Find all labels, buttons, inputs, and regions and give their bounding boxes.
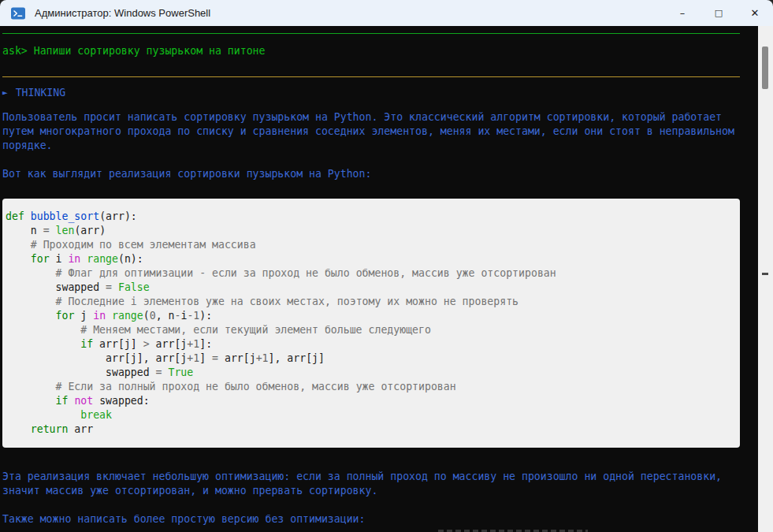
divider-yellow [2, 76, 740, 77]
analysis-paragraph: Пользователь просит написать сортировку … [2, 110, 743, 153]
powershell-icon [10, 6, 26, 21]
divider-green [2, 33, 740, 34]
maximize-button[interactable]: □ [701, 0, 737, 26]
scrollbar[interactable] [758, 26, 773, 532]
window-controls: – □ ✕ [664, 0, 773, 26]
outro-line: Также можно написать более простую верси… [2, 512, 743, 526]
terminal-content: ask> Напиши сортировку пузырьком на пито… [0, 26, 743, 532]
thinking-label: THINKING [16, 86, 66, 100]
code-block: def bubble_sort(arr): n = len(arr) # Про… [2, 199, 740, 448]
powershell-window: Администратор: Windows PowerShell – □ ✕ … [0, 0, 773, 532]
title-bar: Администратор: Windows PowerShell – □ ✕ [0, 0, 773, 26]
window-title: Администратор: Windows PowerShell [35, 7, 210, 19]
minimize-button[interactable]: – [664, 0, 701, 26]
thinking-header: ► THINKING [2, 86, 743, 100]
prompt-line: ask> Напиши сортировку пузырьком на пито… [2, 44, 743, 58]
scrollbar-mark [762, 273, 768, 275]
scrollbar-thumb[interactable] [762, 47, 768, 89]
summary-paragraph: Эта реализация включает небольшую оптими… [2, 470, 743, 498]
intro-line: Вот как выглядит реализация сортировки п… [2, 167, 743, 181]
thinking-arrow-icon: ► [2, 86, 8, 100]
close-button[interactable]: ✕ [737, 0, 773, 26]
